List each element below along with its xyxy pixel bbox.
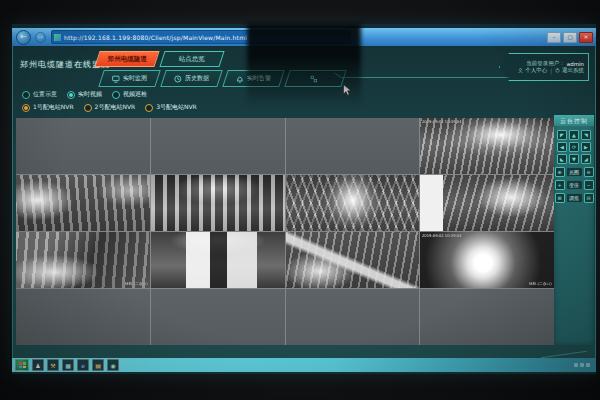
media-icon[interactable]: ◉ (107, 359, 119, 371)
tab-label: 郑州电缆隧道 (108, 55, 147, 64)
tab-2[interactable]: 站点总览 (159, 51, 224, 67)
osd-camera-label: 球机 (二合口) (125, 281, 148, 287)
ptz-direction-button-3[interactable]: ◥ (581, 130, 591, 140)
mouse-cursor (343, 84, 352, 96)
browser-forward-button[interactable]: → (35, 32, 46, 43)
video-tile-r1c2[interactable] (151, 118, 285, 174)
nvr-radios: 1号配电站NVR2号配电站NVR3号配电站NVR (22, 103, 197, 112)
ptz-plus-button[interactable]: ⊟ (584, 193, 594, 203)
nvr-radio-2[interactable]: 2号配电站NVR (84, 103, 136, 112)
toolbar-button-2[interactable]: 历史数据 (160, 70, 223, 87)
video-tile-r2c2[interactable] (151, 175, 285, 231)
user-panel: 当前登录用户： admin 个人中心 | 退出系统 (499, 53, 589, 81)
profile-link[interactable]: 个人中心 (525, 67, 547, 74)
monitoring-page: 郑州电缆隧道在线监测 郑州电缆隧道站点总览 实时监测历史数据实时告警 当前登录用… (12, 46, 596, 358)
view-mode-radio-2[interactable]: 实时视频 (67, 90, 102, 99)
osd-camera-label: 球机 (二合口) (529, 281, 552, 287)
view-mode-radios: 位置示意实时视频视频巡检 (22, 90, 147, 99)
ptz-direction-pad: ◤▲◥◀⟳▶◣▼◢ (554, 130, 594, 164)
ptz-direction-button-8[interactable]: ▼ (569, 154, 579, 164)
view-mode-radio-3[interactable]: 视频巡检 (112, 90, 147, 99)
ptz-minus-button[interactable]: ⊕ (555, 167, 565, 177)
radio-label: 实时视频 (78, 90, 102, 99)
ptz-direction-button-1[interactable]: ◤ (557, 130, 567, 140)
ptz-direction-button-7[interactable]: ◣ (557, 154, 567, 164)
url-text: http://192.168.1.199:8080/Client/jsp/Mai… (64, 34, 247, 41)
logout-icon (555, 68, 560, 73)
tray-icon (586, 363, 590, 367)
video-tile-r4c3[interactable] (286, 289, 420, 345)
history-icon (174, 75, 182, 83)
video-tile-r1c1[interactable] (16, 118, 150, 174)
maximize-button[interactable]: ▢ (563, 32, 577, 43)
nvr-radio-3[interactable]: 3号配电站NVR (145, 103, 197, 112)
browser-address-bar: ← → http://192.168.1.199:8080/Client/jsp… (12, 28, 596, 46)
ptz-minus-button[interactable]: ⊞ (555, 193, 565, 203)
close-button[interactable]: ✕ (579, 32, 593, 43)
toolbar-button-label: 实时监测 (123, 74, 147, 83)
folder-icon[interactable]: ▤ (92, 359, 104, 371)
video-tile-r3c2[interactable] (151, 232, 285, 288)
person-icon (518, 68, 523, 73)
site-favicon-icon (54, 34, 61, 41)
ptz-direction-button-2[interactable]: ▲ (569, 130, 579, 140)
toolbar-button-label: 历史数据 (185, 74, 209, 83)
toolbar-button-4[interactable] (284, 70, 347, 87)
browser-back-button[interactable]: ← (16, 30, 31, 45)
video-tile-r4c4[interactable] (420, 289, 554, 345)
ptz-panel: 云台控制 ◤▲◥◀⟳▶◣▼◢ ⊕光圈⊖+变倍−⊞调焦⊟ (554, 115, 594, 345)
toolbar-button-1[interactable]: 实时监测 (98, 70, 161, 87)
video-wall: 2019-09-02 10:39:04球机 (二合口)2019-09-02 10… (16, 118, 554, 345)
username: admin (567, 61, 584, 67)
video-tile-r4c1[interactable] (16, 289, 150, 345)
video-tile-r2c3[interactable] (286, 175, 420, 231)
monitor-icon (112, 75, 120, 83)
ptz-direction-button-6[interactable]: ▶ (581, 142, 591, 152)
alarm-icon (236, 75, 244, 83)
video-tile-r2c1[interactable] (16, 175, 150, 231)
ptz-plus-button[interactable]: ⊖ (584, 167, 594, 177)
ptz-plus-button[interactable]: − (584, 180, 594, 190)
monitor-screen: ← → http://192.168.1.199:8080/Client/jsp… (12, 24, 596, 374)
radio-dot (84, 104, 92, 112)
start-icon[interactable] (15, 359, 29, 371)
ptz-direction-button-5[interactable]: ⟳ (569, 142, 579, 152)
video-tile-r3c3[interactable] (286, 232, 420, 288)
nvr-radio-1[interactable]: 1号配电站NVR (22, 103, 74, 112)
view-mode-radio-1[interactable]: 位置示意 (22, 90, 57, 99)
radio-label: 位置示意 (33, 90, 57, 99)
video-tile-r3c1[interactable]: 球机 (二合口) (16, 232, 150, 288)
radio-label: 1号配电站NVR (33, 103, 74, 112)
video-tile-r1c3[interactable] (286, 118, 420, 174)
header-toolbar: 实时监测历史数据实时告警 (101, 70, 344, 87)
device-icon (310, 75, 318, 83)
browser-icon[interactable]: e (77, 359, 89, 371)
toolbar-button-3[interactable]: 实时告警 (222, 70, 285, 87)
radio-label: 视频巡检 (123, 90, 147, 99)
ptz-direction-button-4[interactable]: ◀ (557, 142, 567, 152)
minimize-button[interactable]: – (547, 32, 561, 43)
grid-app-icon[interactable]: ▦ (62, 359, 74, 371)
video-tile-r3c4[interactable]: 2019-09-02 10:39:04球机 (二合口) (420, 232, 554, 288)
tab-label: 站点总览 (179, 55, 205, 64)
tray-icon (574, 363, 578, 367)
address-field[interactable]: http://192.168.1.199:8080/Client/jsp/Mai… (51, 30, 351, 44)
user-app-icon[interactable]: ♟ (32, 359, 44, 371)
tray-icon (580, 363, 584, 367)
toolbar-button-label: 实时告警 (247, 74, 271, 83)
logout-link[interactable]: 退出系统 (562, 67, 584, 74)
radio-dot (22, 91, 30, 99)
video-tile-r1c4[interactable]: 2019-09-02 10:39:04 (420, 118, 554, 174)
login-label: 当前登录用户： (526, 60, 565, 67)
video-tile-r4c2[interactable] (151, 289, 285, 345)
ptz-minus-button[interactable]: + (555, 180, 565, 190)
ptz-row-2: +变倍− (554, 180, 594, 190)
system-tray[interactable] (574, 363, 590, 367)
tools-icon[interactable]: ⚒ (47, 359, 59, 371)
ptz-panel-title: 云台控制 (554, 115, 594, 126)
radio-label: 3号配电站NVR (156, 103, 197, 112)
ptz-row-label: 变倍 (567, 181, 582, 189)
video-tile-r2c4[interactable] (420, 175, 554, 231)
tab-1[interactable]: 郑州电缆隧道 (94, 51, 159, 67)
ptz-direction-button-9[interactable]: ◢ (581, 154, 591, 164)
